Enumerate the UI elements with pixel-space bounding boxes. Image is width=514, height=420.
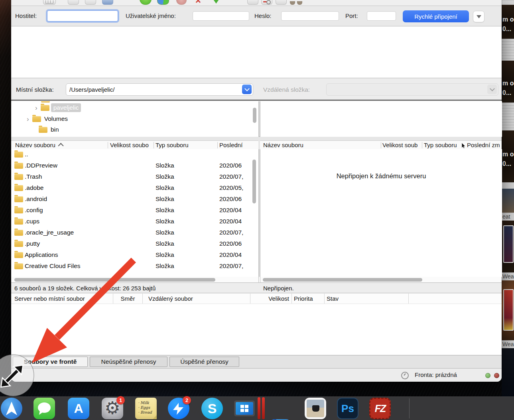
disconnect-icon[interactable] <box>194 0 203 5</box>
filter-icon[interactable] <box>261 0 272 5</box>
scrollbar-thumb[interactable] <box>263 278 422 282</box>
stickies-icon[interactable]: · Milk · Eggs · Bread <box>135 398 157 419</box>
not-connected-message: Nepřipojen k žádnému serveru <box>260 172 502 180</box>
tree-item-volumes[interactable]: › Volumes <box>27 114 68 124</box>
column-header-type[interactable]: Typ souboru <box>156 141 189 150</box>
.oracle_jre_usage[interactable]: .oracle_jre_usage Složka 2020/07, <box>11 227 250 239</box>
Applications[interactable]: Applications Složka 2020/04 <box>11 250 250 261</box>
notification-badge: 2 <box>183 396 191 404</box>
scrollbar-thumb[interactable] <box>14 278 215 282</box>
strip-text-fragment: 0... <box>502 160 511 168</box>
toggle-tree-icon[interactable] <box>85 0 96 5</box>
port-input[interactable] <box>367 11 396 21</box>
scrollbar-thumb[interactable] <box>253 108 256 123</box>
find-icon[interactable] <box>276 0 287 5</box>
combo-dropdown-button[interactable] <box>242 85 252 94</box>
Creative Cloud Files[interactable]: Creative Cloud Files Složka 2020/07, <box>11 261 250 272</box>
expander-icon[interactable]: › <box>35 105 37 111</box>
folder-icon <box>14 152 23 158</box>
strip-text-fragment: 0... <box>502 89 511 97</box>
folder-icon <box>14 207 23 213</box>
sync-browsing-icon[interactable] <box>157 0 169 5</box>
column-header-modified[interactable]: Poslední <box>219 141 257 150</box>
local-horizontal-scrollbar[interactable] <box>11 277 259 283</box>
photoshop-icon[interactable]: Ps <box>337 398 358 419</box>
skype-icon[interactable]: S <box>201 398 223 419</box>
parallels-bar-icon[interactable] <box>262 397 265 419</box>
tree-vertical-scrollbar[interactable] <box>252 101 258 137</box>
quickconnect-bar: Hostitel: Uživatelské jméno: Heslo: Port… <box>11 6 502 26</box>
remote-horizontal-scrollbar[interactable] <box>260 277 502 283</box>
password-input[interactable] <box>281 11 339 21</box>
queue-column-direction[interactable]: Směr <box>113 294 143 304</box>
tree-item-bin[interactable]: bin <box>39 124 59 135</box>
local-folder-combobox[interactable]: /Users/paveljelic/ <box>66 83 253 96</box>
tab-queued-files[interactable]: Soubory ve frontě <box>13 357 88 367</box>
local-folder-path: /Users/paveljelic/ <box>69 86 114 93</box>
column-header-name[interactable]: Název souboru <box>263 141 303 150</box>
speed-limit-icon[interactable] <box>401 372 409 379</box>
.Trash[interactable]: .Trash Složka 2020/07, <box>11 172 250 183</box>
.putty[interactable]: .putty Složka 2020/06 <box>11 239 250 250</box>
.cups[interactable]: .cups Složka 2020/04 <box>11 216 250 227</box>
.android[interactable]: .android Složka 2020/06 <box>11 194 250 205</box>
folder-icon <box>14 241 23 247</box>
filezilla-dock-icon[interactable]: FZ <box>369 398 391 419</box>
column-header-size[interactable]: Velikost soub <box>382 141 421 150</box>
queue-column-status[interactable]: Stav <box>325 294 409 304</box>
refresh-icon[interactable] <box>140 0 152 5</box>
column-header-name[interactable]: Název souboru <box>15 141 63 150</box>
site-manager-icon[interactable] <box>43 0 56 5</box>
column-header-size[interactable]: Velikost soubo <box>110 141 153 150</box>
horizontal-scrollbars <box>11 277 502 283</box>
column-header-modified[interactable]: Poslední zm <box>467 141 501 150</box>
transfer-queue-body[interactable] <box>11 304 502 355</box>
phone-screenshot-thumbnail <box>503 225 514 263</box>
username-input[interactable] <box>193 11 249 21</box>
filezilla-window: Hostitel: Uživatelské jméno: Heslo: Port… <box>11 0 502 382</box>
parallels-bar-icon[interactable] <box>258 397 260 419</box>
desktop-wallpaper: m o 0... m o 0... m o 0... eat Wea Wea H… <box>0 0 514 420</box>
folder-icon <box>14 185 23 191</box>
message-log-area <box>11 27 502 78</box>
tab-failed-transfers[interactable]: Neúspěšné přenosy <box>90 357 167 367</box>
folder-icon <box>14 230 23 236</box>
local-file-list[interactable]: .. .DDPreview Složka 2020/06 .Trash Slož… <box>11 149 259 277</box>
tree-item-paveljelic[interactable]: › paveljelic <box>35 103 81 113</box>
strip-text-fragment: 0... <box>502 26 511 33</box>
windows-vm-icon[interactable] <box>234 400 255 417</box>
messenger-icon[interactable]: 2 <box>168 398 189 419</box>
expander-icon[interactable]: › <box>27 116 29 122</box>
photos-app-icon[interactable] <box>305 398 326 419</box>
.DDPreview[interactable]: .DDPreview Složka 2020/06 <box>11 160 250 172</box>
..[interactable]: .. <box>11 149 250 160</box>
reconnect-icon[interactable] <box>211 0 221 5</box>
queue-column-priority[interactable]: Priorita <box>292 294 325 304</box>
scrollbar-thumb[interactable] <box>252 160 256 203</box>
toggle-queue-icon[interactable] <box>102 0 113 5</box>
app-store-icon[interactable]: A <box>68 398 89 419</box>
quickconnect-dropdown-button[interactable] <box>473 11 484 22</box>
phone-screenshot-thumbnail <box>503 289 514 331</box>
spark-mail-icon[interactable] <box>1 398 22 419</box>
queue-column-size[interactable]: Velikost <box>250 294 292 304</box>
list-vertical-scrollbar[interactable] <box>252 150 257 276</box>
dot-icon-1[interactable] <box>290 1 295 5</box>
.config[interactable]: .config Složka 2020/04 <box>11 205 250 216</box>
queue-column-server[interactable]: Server nebo místní soubor <box>11 294 113 304</box>
messages-icon[interactable] <box>33 398 55 419</box>
dot-icon-2[interactable] <box>297 1 302 5</box>
.adobe[interactable]: .adobe Složka 2020/05, <box>11 183 250 194</box>
toggle-log-icon[interactable] <box>68 0 79 5</box>
compare-icon[interactable] <box>247 0 258 5</box>
strip-text-fragment: m o <box>502 16 514 23</box>
background-window-strip[interactable]: m o 0... m o 0... m o 0... eat Wea Wea <box>502 0 514 397</box>
quickconnect-button[interactable]: Rychlé připojení <box>403 10 469 22</box>
local-directory-tree[interactable]: › paveljelic › Volumes bin <box>11 101 259 137</box>
host-input[interactable] <box>47 10 118 22</box>
tab-successful-transfers[interactable]: Úspěšné přenosy <box>169 357 239 367</box>
system-preferences-icon[interactable]: ⚙ 1 <box>102 398 123 419</box>
cancel-operation-icon[interactable] <box>176 0 187 5</box>
queue-column-remote-file[interactable]: Vzdálený soubor <box>143 294 250 304</box>
column-header-type[interactable]: Typ souboru <box>424 141 457 150</box>
